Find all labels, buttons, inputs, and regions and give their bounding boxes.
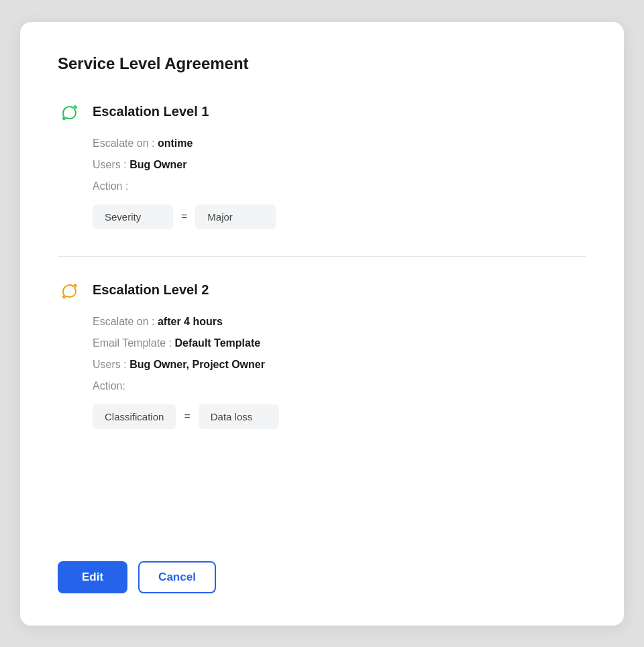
escalation-level-2-action-row: Classification = Data loss [93,404,586,429]
users-value-1: Bug Owner [129,159,186,170]
escalate-on-value: ontime [158,137,193,149]
escalate-on-label-2: Escalate on : [93,316,155,327]
escalation-level-1-users: Users : Bug Owner [93,159,586,171]
section-divider [58,256,586,257]
action-field-2: Classification [93,404,176,429]
email-template-label: Email Template : [93,337,172,349]
email-template-value: Default Template [174,337,260,349]
page-title: Service Level Agreement [58,54,586,73]
escalation-level-1-escalate-on: Escalate on : ontime [93,137,586,150]
escalation-level-2-escalate-on: Escalate on : after 4 hours [93,316,586,328]
action-operator-1: = [181,211,187,223]
sla-card: Service Level Agreement Escalation Level… [20,22,624,626]
action-value-1: Major [195,204,276,229]
escalate-on-value-2: after 4 hours [158,316,223,327]
escalation-level-1-details: Escalate on : ontime Users : Bug Owner A… [58,137,586,229]
escalation-level-1-header: Escalation Level 1 [58,100,586,124]
action-field-1: Severity [93,204,173,229]
escalation-level-2-section: Escalation Level 2 Escalate on : after 4… [58,278,586,451]
action-label-1: Action : [93,180,128,192]
users-label-2: Users : [93,359,127,370]
escalation-level-1-section: Escalation Level 1 Escalate on : ontime … [58,100,586,251]
edit-button[interactable]: Edit [58,561,127,593]
escalation-level-2-header: Escalation Level 2 [58,278,586,302]
escalation-level-1-title: Escalation Level 1 [93,104,209,119]
cancel-button[interactable]: Cancel [138,561,216,593]
escalation-level-1-icon [58,100,82,124]
action-label-2: Action: [93,380,125,392]
escalation-level-2-action-label: Action: [93,380,586,392]
escalation-level-1-action-row: Severity = Major [93,204,586,229]
form-buttons: Edit Cancel [58,540,586,593]
escalation-level-2-email-template: Email Template : Default Template [93,337,586,349]
escalation-level-2-users: Users : Bug Owner, Project Owner [93,359,586,371]
users-label-1: Users : [93,159,127,170]
escalation-level-2-details: Escalate on : after 4 hours Email Templa… [58,316,586,429]
escalation-level-1-action-label: Action : [93,180,586,192]
escalation-level-2-icon [58,278,82,302]
escalation-level-2-title: Escalation Level 2 [93,282,209,298]
action-operator-2: = [184,410,190,422]
escalate-on-label: Escalate on : [93,137,155,149]
action-value-2: Data loss [199,404,279,429]
users-value-2: Bug Owner, Project Owner [129,359,265,370]
